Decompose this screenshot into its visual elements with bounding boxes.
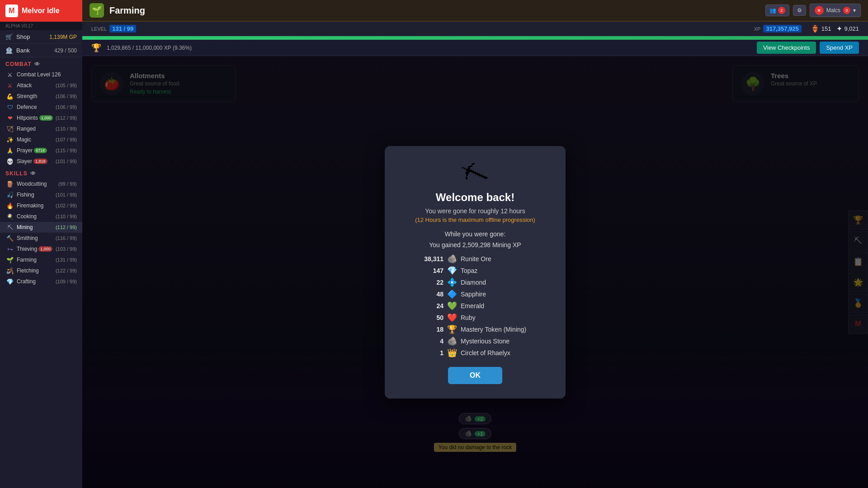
sidebar-item-cooking[interactable]: 🍳 Cooking (110 / 99) — [0, 211, 82, 222]
welcome-back-modal: ⛏ Welcome back! You were gone for roughl… — [385, 146, 566, 399]
emerald-name: Emerald — [461, 302, 484, 310]
sidebar-item-thieving[interactable]: 🗝 Thieving 1,000 (103 / 99) — [0, 244, 82, 254]
slayer-label: Slayer 1,818 — [17, 158, 47, 164]
sapphire-qty: 48 — [421, 291, 443, 298]
modal-item-topaz: 147 💎 Topaz — [421, 266, 529, 276]
emerald-icon: 💚 — [447, 301, 457, 311]
woodcutting-level: (99 / 99) — [58, 181, 77, 187]
xp-value: 317,357,925 — [763, 25, 801, 33]
sidebar-item-combat-level[interactable]: ⚔ Combat Level 126 — [0, 69, 82, 80]
sidebar-item-strength[interactable]: 💪 Strength (106 / 99) — [0, 91, 82, 102]
sidebar-item-smithing[interactable]: 🔨 Smithing (116 / 99) — [0, 233, 82, 244]
combat-section-header[interactable]: COMBAT 👁 — [0, 57, 82, 69]
hitpoints-icon: ❤ — [6, 114, 14, 122]
diamond-qty: 22 — [421, 279, 443, 286]
modal-ok-button[interactable]: OK — [448, 367, 502, 384]
combat-level-icon: ⚔ — [6, 71, 14, 78]
defence-label: Defence — [17, 104, 37, 110]
mastery-token-qty: 18 — [421, 326, 443, 333]
settings-button[interactable]: ⚙ — [793, 5, 806, 16]
cooking-icon: 🍳 — [6, 213, 14, 220]
sidebar-item-fishing[interactable]: 🎣 Fishing (101 / 99) — [0, 189, 82, 200]
skills-visibility-icon: 👁 — [30, 170, 36, 177]
sidebar-item-magic[interactable]: ✨ Magic (107 / 99) — [0, 134, 82, 145]
bank-label: Bank — [16, 47, 30, 54]
user-menu[interactable]: ✕ Malcs 0 ▾ — [810, 4, 861, 17]
sidebar-item-farming[interactable]: 🌱 Farming (131 / 99) — [0, 254, 82, 265]
modal-item-mysterious-stone: 4 🪨 Mysterious Stone — [421, 336, 529, 346]
sidebar-item-prayer[interactable]: 🙏 Prayer 671K (115 / 99) — [0, 145, 82, 156]
emerald-qty: 24 — [421, 302, 443, 310]
user-avatar: ✕ — [815, 6, 824, 15]
combat-visibility-icon: 👁 — [34, 61, 40, 67]
sidebar-item-ranged[interactable]: 🏹 Ranged (110 / 99) — [0, 123, 82, 134]
hitpoints-label: Hitpoints 1,000 — [17, 115, 53, 121]
ruby-icon: ❤️ — [447, 313, 457, 323]
sidebar-item-fletching[interactable]: 🪃 Fletching (122 / 99) — [0, 265, 82, 276]
spend-xp-button[interactable]: Spend XP — [820, 42, 859, 54]
modal-item-runite-ore: 38,311 🪨 Runite Ore — [421, 254, 529, 264]
page-title: Farming — [109, 5, 145, 16]
sidebar-item-attack[interactable]: ⚔ Attack (105 / 99) — [0, 80, 82, 91]
modal-subtitle: You were gone for roughly 12 hours — [403, 207, 547, 215]
modal-item-emerald: 24 💚 Emerald — [421, 301, 529, 311]
combat-label: COMBAT — [5, 61, 32, 67]
strength-level: (106 / 99) — [56, 94, 77, 99]
attack-icon: ⚔ — [6, 82, 14, 89]
app-header: M Melvor Idle — [0, 0, 82, 22]
mysterious-stone-qty: 4 — [421, 338, 443, 345]
modal-item-ruby: 50 ❤️ Ruby — [421, 313, 529, 323]
ruby-qty: 50 — [421, 314, 443, 321]
sidebar-item-crafting[interactable]: 💎 Crafting (109 / 99) — [0, 276, 82, 287]
slayer-icon: 💀 — [6, 158, 14, 165]
ruby-name: Ruby — [461, 314, 476, 321]
tokens-count: 9,021 — [844, 25, 859, 32]
bank-link[interactable]: 🏦 Bank 429 / 500 — [0, 44, 82, 57]
sapphire-name: Sapphire — [461, 291, 486, 298]
mastery-progress-text: 1,029,865 / 11,000,000 XP (9.36%) — [107, 45, 192, 51]
strength-icon: 💪 — [6, 93, 14, 100]
woodcutting-label: Woodcutting — [17, 181, 47, 187]
sapphire-icon: 🔷 — [447, 289, 457, 299]
ranged-label: Ranged — [17, 126, 36, 132]
shop-label: Shop — [16, 33, 30, 40]
mastery-stat: 🏺 151 — [811, 24, 831, 33]
progress-bar-fill — [82, 36, 868, 40]
topbar-right: 👥 2 ⚙ ✕ Malcs 0 ▾ — [765, 4, 861, 17]
sidebar-item-mining[interactable]: ⛏ Mining (112 / 99) — [0, 222, 82, 233]
user-notification: 0 — [843, 7, 850, 14]
shop-link[interactable]: 🛒 Shop 1,139M GP — [0, 30, 82, 44]
smithing-label: Smithing — [17, 235, 38, 241]
circlet-qty: 1 — [421, 349, 443, 357]
crafting-level: (109 / 99) — [56, 279, 77, 284]
topaz-name: Topaz — [461, 267, 477, 274]
bank-slots: 429 / 500 — [54, 47, 77, 54]
tokens-stat: ✦ 9,021 — [836, 24, 859, 33]
woodcutting-icon: 🪵 — [6, 180, 14, 188]
level-value: 131 / 99 — [109, 25, 136, 33]
sidebar-item-defence[interactable]: 🛡 Defence (106 / 99) — [0, 102, 82, 113]
xp-label: XP — [754, 26, 761, 32]
right-stats: 🏺 151 ✦ 9,021 — [811, 24, 859, 33]
fletching-label: Fletching — [17, 267, 39, 274]
magic-icon: ✨ — [6, 136, 14, 143]
diamond-name: Diamond — [461, 279, 486, 286]
app-logo: M — [5, 5, 18, 17]
sidebar-item-woodcutting[interactable]: 🪵 Woodcutting (99 / 99) — [0, 178, 82, 189]
view-checkpoints-button[interactable]: View Checkpoints — [757, 42, 816, 54]
thieving-label: Thieving 1,000 — [17, 246, 52, 252]
party-button[interactable]: 👥 2 — [765, 5, 789, 16]
fishing-level: (101 / 99) — [56, 192, 77, 197]
crafting-icon: 💎 — [6, 278, 14, 285]
level-display: LEVEL 131 / 99 — [91, 25, 136, 33]
page-icon: 🌱 — [90, 3, 104, 18]
sidebar-item-slayer[interactable]: 💀 Slayer 1,818 (101 / 99) — [0, 156, 82, 167]
skills-section-header[interactable]: SKILLS 👁 — [0, 167, 82, 178]
defence-icon: 🛡 — [6, 103, 14, 111]
sidebar-item-firemaking[interactable]: 🔥 Firemaking (102 / 99) — [0, 200, 82, 211]
runite-icon: 🪨 — [447, 254, 457, 264]
modal-item-mastery-token: 18 🏆 Mastery Token (Mining) — [421, 324, 529, 334]
farming-level: (131 / 99) — [56, 257, 77, 263]
shop-icon: 🛒 — [5, 33, 13, 40]
sidebar-item-hitpoints[interactable]: ❤ Hitpoints 1,000 (112 / 99) — [0, 113, 82, 123]
